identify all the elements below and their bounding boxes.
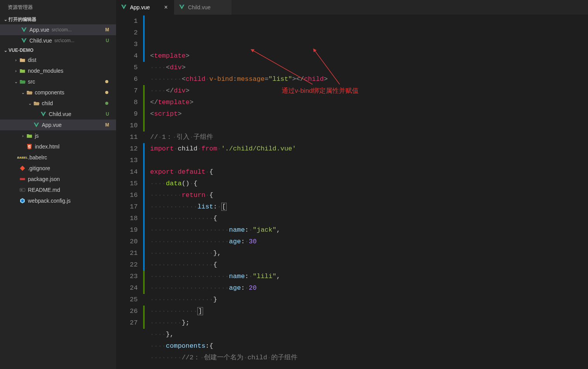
code-line[interactable]: //·1：·引入·子组件 — [146, 132, 588, 143]
open-editor-item[interactable]: App.vuesrc\com...M — [0, 24, 116, 35]
code-line[interactable]: ················} — [146, 294, 588, 306]
line-number: 20 — [116, 236, 146, 248]
file-item[interactable]: index.html — [0, 141, 116, 152]
code-line[interactable]: <template> — [146, 50, 588, 62]
git-gutter-blue — [143, 248, 145, 259]
code-line[interactable]: ····components:{ — [146, 340, 588, 352]
file-name: App.vue — [29, 27, 49, 33]
folder-item[interactable]: ›dist — [0, 55, 116, 65]
file-type-icon — [19, 68, 26, 73]
line-number: 4 — [116, 50, 146, 62]
file-item[interactable]: BABEL.babelrc — [0, 152, 116, 163]
editor-tab[interactable]: App.vue× — [116, 0, 174, 15]
git-status-badge: M — [105, 122, 109, 128]
git-gutter-blue — [143, 50, 145, 62]
chevron-down-icon: ⌄ — [2, 48, 9, 53]
file-name: package.json — [28, 176, 60, 182]
folder-item[interactable]: ›js — [0, 130, 116, 141]
code-line[interactable]: ····················age:·30 — [146, 236, 588, 248]
code-line[interactable]: <script> — [146, 108, 588, 120]
file-name: .gitignore — [28, 165, 50, 171]
code-line[interactable]: ····················name:·"jack", — [146, 224, 588, 236]
folder-item[interactable]: ›node_modules — [0, 65, 116, 76]
code-line[interactable]: ········//2：·创建一个名为·child·的子组件 — [146, 352, 588, 364]
code-line[interactable]: ····<div> — [146, 62, 588, 73]
git-gutter-green — [143, 271, 145, 282]
file-type-icon — [39, 111, 47, 117]
git-gutter-green — [143, 282, 145, 294]
code-line[interactable]: ········return·{ — [146, 190, 588, 201]
git-gutter-blue — [143, 143, 145, 155]
folder-item[interactable]: ⌄child — [0, 98, 116, 109]
line-number: 8 — [116, 97, 146, 108]
file-name: webpack.config.js — [28, 198, 71, 204]
code-line[interactable]: ········}; — [146, 317, 588, 329]
chevron-icon: ⌄ — [20, 90, 26, 95]
file-item[interactable]: webpack.config.js — [0, 195, 116, 206]
code-line[interactable]: ················}, — [146, 248, 588, 259]
vue-icon — [121, 4, 127, 11]
git-gutter-blue — [143, 201, 145, 213]
file-type-icon — [26, 144, 33, 150]
code-line[interactable]: export·default·{ — [146, 166, 588, 178]
file-item[interactable]: App.vueM — [0, 120, 116, 130]
line-number: 17 — [116, 201, 146, 213]
code-line[interactable]: ····················name:·"lili", — [146, 271, 588, 282]
git-gutter-green — [143, 317, 145, 329]
vue-icon — [20, 27, 28, 33]
line-number: 23 — [116, 271, 146, 282]
code-line[interactable] — [146, 120, 588, 132]
chevron-down-icon: ⌄ — [2, 17, 9, 22]
code-line[interactable]: ····}, — [146, 329, 588, 340]
git-status-badge: U — [106, 38, 109, 43]
code-line[interactable]: ················{ — [146, 259, 588, 271]
code-editor[interactable]: 1234567891011121314151617181920212223242… — [116, 15, 588, 369]
git-gutter-blue — [143, 15, 145, 27]
code-line[interactable]: ················{ — [146, 213, 588, 224]
editor-tab[interactable]: Child.vue — [174, 0, 232, 15]
line-number: 18 — [116, 213, 146, 224]
open-editors-list: App.vuesrc\com...MChild.vuesrc\com...U — [0, 24, 116, 46]
close-icon[interactable]: × — [163, 4, 169, 11]
file-name: README.md — [28, 187, 60, 193]
open-editors-header[interactable]: ⌄ 打开的编辑器 — [0, 15, 116, 24]
code-line[interactable]: ············] — [146, 306, 588, 317]
code-content[interactable]: 通过v-bind绑定属性并赋值 <template>····<div>·····… — [146, 15, 588, 369]
code-line[interactable]: ············list:·[ — [146, 201, 588, 213]
tab-bar: App.vue×Child.vue — [116, 0, 588, 15]
git-status-badge: U — [106, 111, 109, 117]
line-number: 6 — [116, 73, 146, 85]
project-name-label: VUE-DEMO — [9, 48, 34, 53]
code-line[interactable]: ········<child·v-bind:message="list"></c… — [146, 73, 588, 85]
file-item[interactable]: Child.vueU — [0, 109, 116, 120]
code-line[interactable]: ····data()·{ — [146, 178, 588, 190]
file-type-icon: M↓ — [19, 187, 26, 193]
project-header[interactable]: ⌄ VUE-DEMO — [0, 46, 116, 55]
code-line[interactable]: </template> — [146, 97, 588, 108]
file-name: src — [28, 79, 35, 85]
line-number: 25 — [116, 294, 146, 306]
line-number: 9 — [116, 108, 146, 120]
code-line[interactable]: ····················age:·20 — [146, 282, 588, 294]
line-number: 14 — [116, 166, 146, 178]
file-name: js — [35, 133, 39, 139]
code-line[interactable] — [146, 155, 588, 166]
line-number: 1 — [116, 15, 146, 27]
git-gutter-green — [143, 108, 145, 120]
folder-item[interactable]: ⌄src — [0, 76, 116, 87]
chevron-icon: › — [13, 68, 19, 73]
editor-area: App.vue×Child.vue 1234567891011121314151… — [116, 0, 588, 369]
git-gutter-blue — [143, 39, 145, 50]
file-item[interactable]: M↓README.md — [0, 184, 116, 195]
file-item[interactable]: package.json — [0, 174, 116, 184]
folder-item[interactable]: ⌄components — [0, 87, 116, 98]
modified-dot-icon — [105, 80, 108, 83]
code-line[interactable]: ····</div> — [146, 85, 588, 97]
open-editor-item[interactable]: Child.vuesrc\com...U — [0, 35, 116, 46]
code-line[interactable]: import·child·from·'./child/Child.vue' — [146, 143, 588, 155]
file-type-icon — [19, 79, 26, 84]
line-number: 24 — [116, 282, 146, 294]
file-item[interactable]: .gitignore — [0, 163, 116, 174]
chevron-icon: › — [20, 133, 26, 138]
untracked-dot-icon — [105, 102, 108, 105]
